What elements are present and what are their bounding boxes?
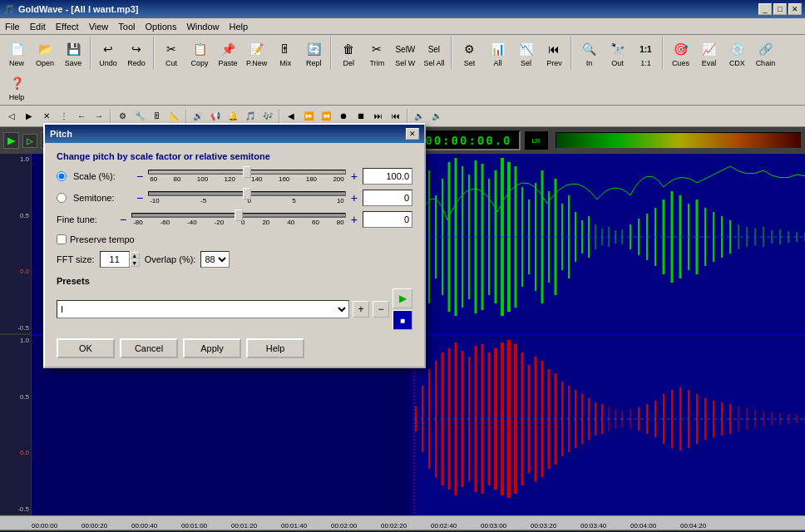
tb2-btn-11[interactable]: 🔊 [190,108,206,125]
cues-button[interactable]: 🎯 Cues [667,37,694,69]
pitch-semitone-row: Semitone: − -10 -5 0 5 10 + [57,190,412,206]
fft-spin-down[interactable]: ▼ [130,259,140,267]
new-button[interactable]: 📄 New [3,37,30,69]
menu-effect[interactable]: Effect [51,20,84,33]
tb2-btn-20[interactable]: ⏹ [353,108,369,125]
menu-help[interactable]: Help [225,20,254,33]
presets-delete-button[interactable]: − [373,301,389,318]
repl-button[interactable]: 🔄 Repl [300,37,327,69]
trim-button[interactable]: ✂ Trim [363,37,390,69]
prev-button[interactable]: ⏮ Prev [541,37,567,69]
all-button[interactable]: 📊 All [484,37,511,69]
save-button[interactable]: 💾 Save [60,37,86,69]
tb2-btn-6[interactable]: → [91,108,107,125]
tb2-btn-1[interactable]: ◁ [3,108,20,125]
tb2-btn-24[interactable]: 🔈 [428,108,445,125]
tb2-btn-18[interactable]: ⏪ [318,108,334,125]
pnew-button[interactable]: 📝 P.New [243,37,270,69]
redo-button[interactable]: ↪ Redo [123,37,150,69]
menu-tool[interactable]: Tool [113,20,140,33]
eval-button[interactable]: 📈 Eval [695,37,722,69]
fft-value-input[interactable] [100,251,130,268]
menu-view[interactable]: View [84,20,114,33]
tb2-btn-3[interactable]: ✕ [38,108,55,125]
tb2-btn-9[interactable]: 🎚 [149,108,165,125]
tb2-btn-2[interactable]: ▶ [21,108,37,125]
tb2-btn-19[interactable]: ⏺ [335,108,352,125]
tb2-btn-13[interactable]: 🔔 [225,108,241,125]
preserve-tempo-checkbox[interactable] [57,234,67,244]
play-button[interactable]: ▶ [3,132,19,149]
selall-button[interactable]: Sel Sel All [420,37,447,69]
menu-file[interactable]: File [0,20,25,33]
scale-slider-handle[interactable] [243,166,251,178]
open-button[interactable]: 📂 Open [32,37,58,69]
minimize-button[interactable]: _ [758,3,772,15]
tb2-btn-22[interactable]: ⏮ [388,108,404,125]
semitone-slider-handle[interactable] [243,188,251,200]
fft-spin-up[interactable]: ▲ [130,252,140,259]
cut-button[interactable]: ✂ Cut [158,37,185,69]
presets-dropdown[interactable]: I [57,300,349,318]
tb2-btn-17[interactable]: ⏩ [300,108,317,125]
finetune-minus-button[interactable]: − [118,213,128,226]
close-button[interactable]: ✕ [788,3,802,15]
semitone-plus-button[interactable]: + [349,191,359,204]
finetune-slider[interactable]: -80 -60 -40 -20 0 20 40 60 80 [131,211,346,228]
pitch-close-button[interactable]: ✕ [406,128,419,140]
tb2-btn-12[interactable]: 📢 [207,108,224,125]
sel-button[interactable]: 📉 Sel [512,37,539,69]
scale-minus-button[interactable]: − [135,170,145,183]
del-button[interactable]: 🗑 Del [335,37,362,69]
tb2-btn-10[interactable]: 📐 [166,108,183,125]
maximize-button[interactable]: □ [773,3,787,15]
help-dialog-button[interactable]: Help [246,338,304,358]
tb2-sep-3 [279,109,280,124]
set-button[interactable]: ⚙ Set [456,37,482,69]
tb2-btn-23[interactable]: 🔉 [411,108,427,125]
help-button[interactable]: ❓ Help [3,71,30,103]
ok-button[interactable]: OK [57,338,115,358]
tb2-btn-4[interactable]: ⋮ [56,108,72,125]
play-sel-button[interactable]: ▷ [22,134,37,148]
finetune-plus-button[interactable]: + [349,213,359,226]
cancel-button[interactable]: Cancel [120,338,178,358]
apply-button[interactable]: Apply [183,338,241,358]
semitone-slider[interactable]: -10 -5 0 5 10 [148,190,346,206]
scale-plus-button[interactable]: + [349,170,359,183]
tb2-btn-21[interactable]: ⏭ [370,108,387,125]
window-controls[interactable]: _ □ ✕ [758,3,802,15]
undo-button[interactable]: ↩ Undo [95,37,121,69]
chain-button[interactable]: 🔗 Chain [752,37,778,69]
cdx-button[interactable]: 💿 CDX [724,37,750,69]
tb2-btn-15[interactable]: 🎶 [259,108,276,125]
presets-stop-button[interactable]: ■ [393,310,412,330]
mix-button[interactable]: 🎚 Mix [272,37,299,69]
semitone-minus-button[interactable]: − [135,191,145,204]
menu-edit[interactable]: Edit [25,20,51,33]
zoom-in-button[interactable]: 🔍 In [575,37,602,69]
tb2-btn-5[interactable]: ← [73,108,90,125]
semitone-radio[interactable] [57,193,67,203]
zoom-out-button[interactable]: 🔭 Out [604,37,630,69]
scale-slider[interactable]: 60 80 100 120 140 160 180 200 [148,168,346,185]
tb2-btn-7[interactable]: ⚙ [114,108,131,125]
paste-button[interactable]: 📌 Paste [215,37,241,69]
tb2-btn-14[interactable]: 🎵 [242,108,259,125]
scale-value-input[interactable] [363,171,409,181]
menu-options[interactable]: Options [140,20,181,33]
selw-button[interactable]: SelW Sel W [392,37,418,69]
tb2-btn-8[interactable]: 🔧 [131,108,148,125]
zoom-11-button[interactable]: 1:1 1:1 [632,37,659,69]
finetune-slider-handle[interactable] [235,209,243,221]
scale-radio[interactable] [57,171,67,181]
presets-play-button[interactable]: ▶ [393,288,412,308]
copy-button[interactable]: 📋 Copy [186,37,213,69]
finetune-value-input[interactable] [363,214,409,224]
presets-add-button[interactable]: + [353,301,369,318]
overlap-select[interactable]: 88 75 50 [200,251,230,268]
semitone-value-input[interactable] [363,193,409,203]
ruler-mark-9: 00:03:00 [481,522,506,530]
tb2-btn-16[interactable]: ◀ [283,108,299,125]
menu-window[interactable]: Window [181,20,224,33]
